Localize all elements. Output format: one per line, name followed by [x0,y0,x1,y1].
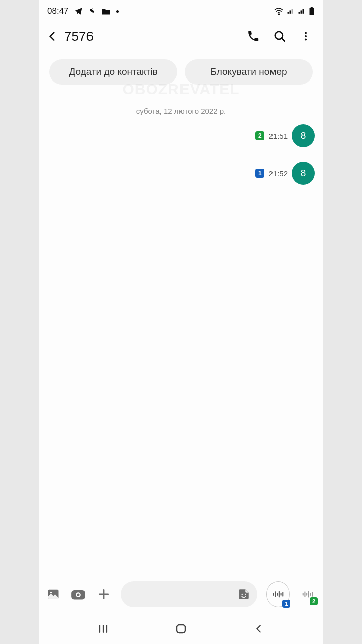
back-button[interactable] [41,25,63,47]
home-button[interactable] [166,619,196,639]
message-time: 21:52 [268,169,288,178]
conversation-header: 7576 [39,22,323,50]
gallery-button[interactable] [45,585,61,603]
add-to-contacts-button[interactable]: Додати до контактів [49,59,177,85]
folder-icon [101,7,111,15]
message-bubble[interactable]: 8 [292,162,315,185]
svg-point-11 [77,594,79,596]
message-row[interactable]: 2 21:51 8 [47,124,315,147]
message-list[interactable]: субота, 12 лютого 2022 р. 2 21:51 8 1 21… [39,90,323,575]
android-nav-bar [39,614,323,644]
svg-point-6 [305,38,307,40]
sim-badge: 1 [255,169,264,178]
voice-record-sim1-button[interactable]: 1 [266,581,290,607]
svg-point-4 [305,32,307,34]
camera-button[interactable] [70,585,86,603]
recents-button[interactable] [88,619,118,639]
nav-back-button[interactable] [244,619,274,639]
search-button[interactable] [266,24,293,48]
svg-rect-14 [177,625,185,633]
sim1-badge: 1 [282,600,290,608]
svg-rect-2 [311,7,313,8]
sim-badge: 2 [255,131,264,140]
message-bubble[interactable]: 8 [292,124,315,147]
svg-point-5 [305,35,307,37]
status-bar: 08:47 [39,0,323,22]
svg-point-12 [241,594,243,595]
message-input[interactable] [129,589,235,599]
more-options-button[interactable] [293,24,319,48]
sticker-button[interactable] [235,586,252,603]
signal-2-icon [298,8,306,15]
call-forward-icon [88,7,96,16]
svg-point-13 [245,594,246,595]
battery-icon [309,7,315,16]
block-number-button[interactable]: Блокувати номер [185,59,313,85]
call-button[interactable] [240,24,266,48]
compose-bar: 1 2 [39,575,323,614]
notification-dot-icon [116,10,119,13]
add-attachment-button[interactable] [96,585,112,603]
svg-point-8 [50,592,52,594]
chip-label: Блокувати номер [210,66,287,77]
chip-label: Додати до контактів [69,66,157,77]
message-input-container[interactable] [121,581,257,607]
signal-1-icon [287,8,295,15]
wifi-icon [274,7,284,15]
conversation-title: 7576 [64,29,94,44]
sim2-badge: 2 [310,597,318,605]
telegram-icon [74,7,83,16]
suggestion-chips: Додати до контактів Блокувати номер [39,50,323,90]
svg-point-0 [278,14,279,15]
status-time: 08:47 [47,6,69,16]
phone-screen: 08:47 [39,0,323,644]
voice-record-sim2-button[interactable]: 2 [299,584,317,604]
date-divider: субота, 12 лютого 2022 р. [47,107,315,115]
message-time: 21:51 [268,132,288,140]
message-row[interactable]: 1 21:52 8 [47,162,315,185]
svg-rect-1 [310,8,314,15]
